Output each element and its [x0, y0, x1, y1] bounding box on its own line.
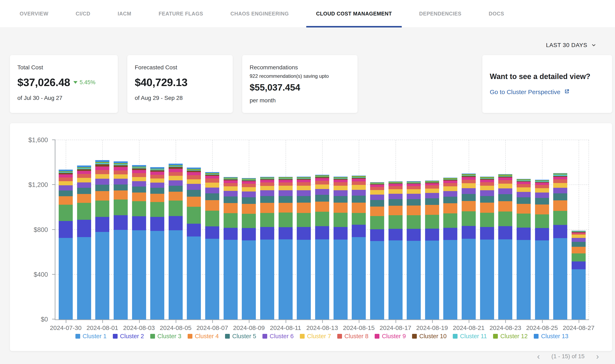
bar-2024-08-23[interactable]: 2024-08-23 — [498, 140, 512, 319]
bar-2024-08-02[interactable] — [114, 140, 128, 319]
tab-chaos-engineering[interactable]: CHAOS ENGINEERING — [230, 0, 289, 27]
bar-segment-cluster-2 — [260, 227, 274, 240]
bar-segment-cluster-10 — [242, 180, 256, 181]
bar-segment-cluster-13 — [187, 168, 201, 169]
bar-segment-cluster-11 — [480, 178, 494, 179]
bar-2024-08-12[interactable] — [297, 140, 311, 319]
bar-2024-08-10[interactable] — [260, 140, 274, 319]
bar-2024-08-24[interactable] — [517, 140, 531, 319]
tab-docs[interactable]: DOCS — [489, 0, 504, 27]
legend-item-cluster-1[interactable]: Cluster 1 — [75, 333, 107, 340]
tab-overview[interactable]: OVERVIEW — [20, 0, 48, 27]
legend-item-cluster-5[interactable]: Cluster 5 — [225, 333, 256, 340]
tab-dependencies[interactable]: DEPENDENCIES — [419, 0, 461, 27]
bar-segment-cluster-13 — [553, 173, 567, 174]
bar-2024-08-15[interactable]: 2024-08-15 — [352, 140, 366, 319]
tab-cloud-cost-management[interactable]: CLOUD COST MANAGEMENT — [316, 0, 392, 27]
bar-segment-cluster-13 — [425, 181, 439, 181]
toolbar: LAST 30 DAYS — [0, 27, 615, 50]
bar-2024-08-21[interactable]: 2024-08-21 — [462, 140, 476, 319]
bar-segment-cluster-2 — [352, 225, 366, 237]
legend-item-cluster-10[interactable]: Cluster 10 — [412, 333, 447, 340]
bar-segment-cluster-13 — [498, 174, 512, 175]
legend-item-cluster-12[interactable]: Cluster 12 — [493, 333, 528, 340]
bar-segment-cluster-4 — [132, 193, 146, 201]
bar-segment-cluster-1 — [443, 240, 457, 319]
bar-segment-cluster-8 — [407, 186, 421, 189]
bar-segment-cluster-12 — [553, 174, 567, 174]
bar-2024-08-19[interactable]: 2024-08-19 — [425, 140, 439, 319]
forecasted-cost-card: Forecasted Cost $40,729.13 of Aug 29 - S… — [127, 55, 233, 113]
recommendations-value: $55,037.454 — [250, 82, 350, 93]
bar-segment-cluster-10 — [480, 179, 494, 180]
x-axis-label: 2024-08-13 — [306, 324, 338, 331]
legend-item-cluster-4[interactable]: Cluster 4 — [188, 333, 219, 340]
chart-plot-area: $0$400$800$1,200$1,600 2024-07-302024-08… — [55, 140, 589, 320]
pagination-next-button[interactable]: › — [596, 352, 599, 361]
bar-segment-cluster-10 — [572, 232, 586, 232]
bar-2024-07-30[interactable]: 2024-07-30 — [59, 140, 73, 319]
x-axis-label: 2024-08-03 — [123, 324, 155, 331]
legend-item-cluster-8[interactable]: Cluster 8 — [337, 333, 368, 340]
bar-2024-08-09[interactable]: 2024-08-09 — [242, 140, 256, 319]
legend-item-cluster-9[interactable]: Cluster 9 — [375, 333, 406, 340]
bar-2024-08-08[interactable] — [224, 140, 238, 319]
bar-segment-cluster-11 — [187, 170, 201, 171]
time-range-dropdown[interactable]: LAST 30 DAYS — [546, 42, 596, 49]
legend-item-cluster-3[interactable]: Cluster 3 — [150, 333, 182, 340]
bar-segment-cluster-13 — [260, 177, 274, 177]
bar-2024-08-13[interactable]: 2024-08-13 — [315, 140, 329, 319]
bar-segment-cluster-6 — [407, 194, 421, 199]
legend-item-cluster-13[interactable]: Cluster 13 — [534, 333, 568, 340]
bar-segment-cluster-7 — [480, 186, 494, 190]
bar-segment-cluster-3 — [498, 211, 512, 226]
recommendations-suffix: per month — [250, 97, 350, 104]
bar-2024-08-04[interactable] — [150, 140, 164, 319]
tab-ci-cd[interactable]: CI/CD — [76, 0, 90, 27]
bar-segment-cluster-2 — [517, 228, 531, 240]
bar-segment-cluster-1 — [260, 240, 274, 319]
bar-segment-cluster-9 — [572, 233, 586, 233]
bar-2024-07-31[interactable] — [77, 140, 91, 319]
pagination-prev-button[interactable]: ‹ — [537, 352, 540, 361]
bar-2024-08-25[interactable]: 2024-08-25 — [535, 140, 549, 319]
bar-2024-08-26[interactable] — [553, 140, 567, 319]
bar-segment-cluster-1 — [279, 239, 293, 319]
bar-2024-08-18[interactable] — [407, 140, 421, 319]
legend-item-cluster-6[interactable]: Cluster 6 — [263, 333, 294, 340]
legend-item-cluster-7[interactable]: Cluster 7 — [300, 333, 331, 340]
legend-item-cluster-11[interactable]: Cluster 11 — [453, 333, 487, 340]
bar-segment-cluster-7 — [224, 186, 238, 191]
bar-segment-cluster-7 — [498, 184, 512, 188]
bar-segment-cluster-9 — [334, 180, 348, 182]
bar-2024-08-22[interactable] — [480, 140, 494, 319]
bar-2024-08-17[interactable]: 2024-08-17 — [389, 140, 403, 319]
bar-2024-08-16[interactable] — [370, 140, 384, 319]
bar-segment-cluster-3 — [572, 253, 586, 261]
bar-segment-cluster-10 — [187, 171, 201, 172]
bar-2024-08-06[interactable] — [187, 140, 201, 319]
external-link-icon — [564, 88, 570, 96]
bar-2024-08-01[interactable]: 2024-08-01 — [95, 140, 109, 319]
bar-segment-cluster-7 — [150, 179, 164, 183]
bar-segment-cluster-4 — [443, 203, 457, 213]
bar-2024-08-14[interactable] — [334, 140, 348, 319]
legend-swatch-cluster-5 — [225, 334, 230, 339]
bar-2024-08-27[interactable]: 2024-08-27 — [572, 140, 586, 319]
bar-2024-08-03[interactable]: 2024-08-03 — [132, 140, 146, 319]
bar-segment-cluster-2 — [224, 228, 238, 240]
bar-2024-08-20[interactable] — [443, 140, 457, 319]
tab-feature-flags[interactable]: FEATURE FLAGS — [158, 0, 203, 27]
bar-segment-cluster-5 — [352, 196, 366, 203]
bar-segment-cluster-6 — [334, 190, 348, 196]
legend-swatch-cluster-11 — [453, 334, 458, 339]
bar-2024-08-05[interactable]: 2024-08-05 — [169, 140, 183, 319]
cluster-perspective-link[interactable]: Go to Cluster Perspective — [490, 88, 605, 96]
bar-2024-08-11[interactable]: 2024-08-11 — [279, 140, 293, 319]
bar-segment-cluster-10 — [334, 179, 348, 180]
tab-iacm[interactable]: IACM — [118, 0, 131, 27]
bar-segment-cluster-12 — [242, 179, 256, 180]
bar-2024-08-07[interactable]: 2024-08-07 — [205, 140, 219, 319]
legend-item-cluster-2[interactable]: Cluster 2 — [113, 333, 144, 340]
bar-segment-cluster-2 — [77, 220, 91, 237]
